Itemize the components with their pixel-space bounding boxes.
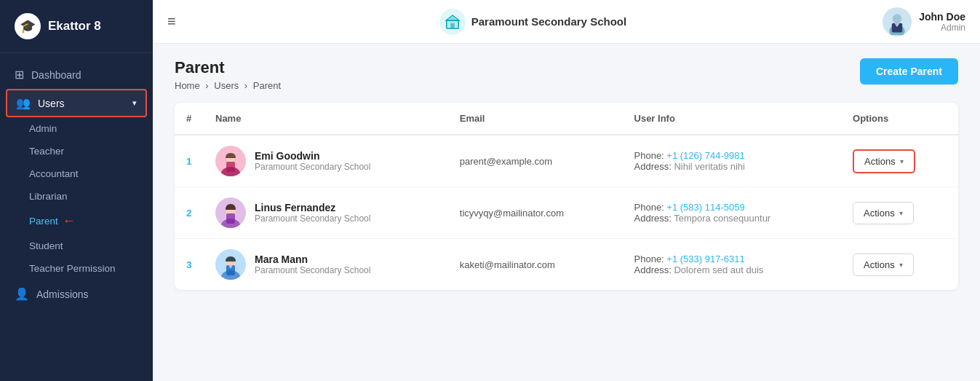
svg-marker-1 [446,15,459,20]
sidebar-item-accountant[interactable]: Accountant [15,162,153,185]
sidebar-item-teacher[interactable]: Teacher [15,140,153,162]
row-user-cell: Mara Mann Paramount Secondary School [204,239,448,291]
sidebar-item-admin[interactable]: Admin [15,117,153,140]
col-email: Email [448,103,623,135]
dashboard-icon: ⊞ [15,68,24,82]
admissions-icon: 👤 [15,287,29,301]
row-email: parent@example.com [448,135,623,187]
dropdown-arrow-icon: ▾ [899,209,903,217]
sidebar-item-teacher-permission[interactable]: Teacher Permission [15,257,153,280]
col-name: Name [204,103,448,135]
user-school: Paramount Secondary School [255,162,370,172]
user-school: Paramount Secondary School [255,213,370,224]
sidebar-item-student[interactable]: Student [15,235,153,257]
page-title-section: Parent Home › Users › Parent [175,58,281,91]
row-actions-cell: Actions ▾ [841,135,958,187]
page-title: Parent [175,58,281,77]
row-number: 2 [175,187,204,239]
table-row: 3 Mara Mann Paramount Secondary School k… [175,239,958,291]
table-header-row: # Name Email User Info Options [175,103,958,135]
row-user-cell: Linus Fernandez Paramount Secondary Scho… [204,187,448,239]
create-parent-button[interactable]: Create Parent [860,58,958,85]
col-userinfo: User Info [623,103,842,135]
users-submenu: Admin Teacher Accountant Librarian Paren… [0,117,153,280]
school-selector[interactable]: Paramount Secondary School [195,9,872,35]
school-icon [439,9,466,35]
avatar [883,7,912,36]
school-name: Paramount Secondary School [471,15,626,28]
sidebar-item-label: Users [38,98,65,109]
user-avatar [215,197,246,228]
row-email: ticyvyqy@mailinator.com [448,187,623,239]
user-name: John Doe [919,11,965,23]
user-avatar [215,249,246,280]
app-name: Ekattor 8 [48,19,101,34]
row-userinfo: Phone: +1 (583) 114-5059 Address: Tempor… [623,187,842,239]
actions-button[interactable]: Actions ▾ [853,254,914,276]
user-fullname: Mara Mann [255,254,370,265]
user-fullname: Linus Fernandez [255,202,370,213]
row-userinfo: Phone: +1 (533) 917-6311 Address: Dolore… [623,239,842,291]
row-actions-cell: Actions ▾ [841,239,958,291]
page-header: Parent Home › Users › Parent Create Pare… [175,58,958,91]
svg-rect-2 [450,23,455,28]
user-avatar [215,146,246,176]
logo-icon: 🎓 [15,13,41,39]
user-fullname: Emi Goodwin [255,150,370,162]
users-table: # Name Email User Info Options 1 [175,103,958,290]
sidebar-item-label: Dashboard [31,69,81,81]
row-number: 1 [175,135,204,187]
sidebar-item-dashboard[interactable]: ⊞ Dashboard [0,60,153,89]
col-options: Options [841,103,958,135]
hamburger-icon[interactable]: ≡ [167,13,176,30]
row-number: 3 [175,239,204,291]
dropdown-arrow-icon: ▾ [900,157,904,165]
user-role: Admin [919,23,965,33]
users-table-card: # Name Email User Info Options 1 [175,103,958,290]
users-icon: 👥 [16,96,31,110]
row-email: kaketi@mailinator.com [448,239,623,291]
table-wrapper: # Name Email User Info Options 1 [175,103,958,290]
svg-rect-17 [226,213,235,224]
sidebar-item-parent[interactable]: Parent ← [15,208,153,235]
actions-button[interactable]: Actions ▾ [853,149,915,173]
table-row: 2 Linus Fernandez Paramount Secondary Sc… [175,187,958,239]
sidebar-logo: 🎓 Ekattor 8 [0,0,153,53]
topbar: ≡ Paramount Secondary School [153,0,980,44]
dropdown-arrow-icon: ▾ [899,261,903,269]
sidebar-item-librarian[interactable]: Librarian [15,185,153,208]
user-school: Paramount Secondary School [255,265,370,275]
user-info: John Doe Admin [919,11,965,33]
breadcrumb: Home › Users › Parent [175,80,281,91]
page-content: Parent Home › Users › Parent Create Pare… [153,44,980,381]
main-area: ≡ Paramount Secondary School [153,0,980,381]
table-row: 1 Emi Goodwin Paramount Secondary School… [175,135,958,187]
sidebar: 🎓 Ekattor 8 ⊞ Dashboard 👥 Users ▾ Admin … [0,0,153,381]
user-profile[interactable]: John Doe Admin [883,7,965,36]
sidebar-nav: ⊞ Dashboard 👥 Users ▾ Admin Teacher Acco… [0,53,153,381]
sidebar-item-admissions[interactable]: 👤 Admissions [0,280,153,308]
row-user-cell: Emi Goodwin Paramount Secondary School [204,135,448,187]
svg-point-4 [893,14,902,23]
svg-rect-13 [226,162,235,172]
chevron-down-icon: ▾ [132,98,137,108]
row-userinfo: Phone: +1 (126) 744-9981 Address: Nihil … [623,135,842,187]
sidebar-item-label: Admissions [36,288,89,300]
row-actions-cell: Actions ▾ [841,187,958,239]
actions-button[interactable]: Actions ▾ [853,202,914,224]
sidebar-item-users[interactable]: 👥 Users ▾ [6,89,147,117]
arrow-indicator: ← [63,213,76,229]
col-num: # [175,103,204,135]
